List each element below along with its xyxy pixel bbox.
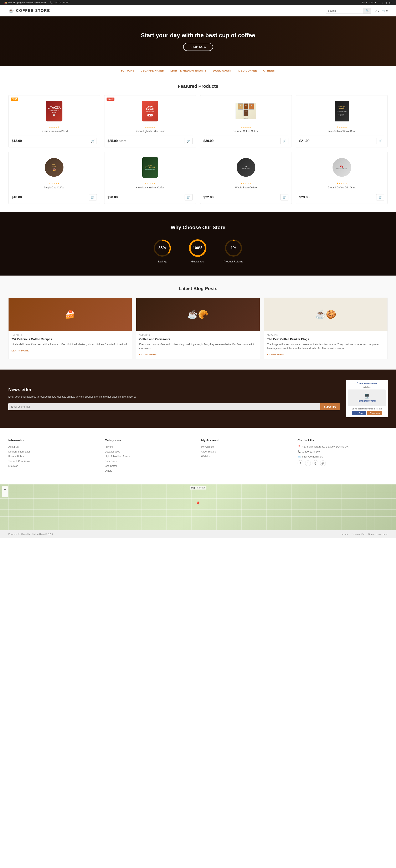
add-to-cart-gourmet[interactable]: 🛒: [280, 138, 288, 144]
footer-bottom: Powered By OpenCart Coffee Store © 2016 …: [0, 530, 396, 538]
footer-link-light-medium[interactable]: Light & Medium Roasts: [105, 455, 131, 458]
shop-now-button[interactable]: Shop Now: [183, 43, 213, 51]
search-button[interactable]: 🔍: [363, 8, 371, 13]
instagram-link[interactable]: ig: [385, 1, 387, 4]
footer-privacy-link[interactable]: Privacy: [341, 533, 348, 535]
newsletter-left: Newsletter Enter your email address to r…: [8, 387, 340, 410]
footer-link-myaccount[interactable]: My Account: [201, 445, 214, 448]
blog-text-1: Hi friends! I think it's no secret that …: [11, 342, 129, 346]
map-controls: + −: [2, 487, 8, 497]
footer-link-orders[interactable]: Order History: [201, 450, 216, 453]
product-name-douwe: Douwe Egberts Filter Blend: [108, 129, 193, 133]
map-road-v2: [238, 484, 238, 530]
add-to-cart-wholebean[interactable]: 🛒: [280, 194, 288, 200]
blog-card-1: 🍰 15/02/2016 25+ Delicious Coffee Recipe…: [8, 298, 132, 359]
footer-link-privacy[interactable]: Privacy Policy: [8, 455, 24, 458]
social-instagram[interactable]: ig: [313, 460, 318, 466]
currency-selector[interactable]: USD ▾: [369, 1, 376, 4]
footer-link-iced[interactable]: Iced Coffee: [105, 465, 117, 467]
nav-flavors[interactable]: FLAVORS: [121, 69, 134, 72]
newsletter-widget: f TemplateMonster Digital Bar 🖥️ Templat…: [346, 380, 388, 417]
googleplus-link[interactable]: g+: [389, 1, 392, 4]
facebook-link[interactable]: f: [379, 1, 379, 4]
cart-button[interactable]: 🛒 0: [382, 9, 388, 12]
hero-content: Start your day with the best cup of coff…: [141, 32, 255, 51]
add-to-cart-don[interactable]: 🛒: [185, 194, 193, 200]
product-footer: $21.00 🛒: [299, 135, 384, 144]
product-footer: $85.00 $00.00 🛒: [108, 135, 193, 144]
add-to-cart-douwe[interactable]: 🛒: [185, 138, 193, 144]
map-zoom-in[interactable]: +: [3, 487, 7, 492]
shop-now-widget-button[interactable]: Shop Now: [367, 411, 382, 415]
footer-link-flavors[interactable]: Flavors: [105, 445, 113, 448]
blog-title: Latest Blog Posts: [8, 286, 388, 291]
add-to-cart-lavazza[interactable]: 🛒: [89, 138, 97, 144]
stat-value-returns: 1%: [224, 239, 243, 257]
nav-light-medium[interactable]: LIGHT & MEDIUM ROASTS: [170, 69, 207, 72]
add-to-cart-arabica[interactable]: 🛒: [376, 138, 384, 144]
language-selector[interactable]: EN ▾: [362, 1, 367, 4]
wishlist-button[interactable]: ♡ 0: [374, 9, 379, 12]
product-image-lavazza: LAVAZZA Premium House Blend ☕: [12, 99, 97, 124]
social-twitter[interactable]: t: [305, 460, 311, 466]
product-footer: $13.00 🛒: [12, 135, 97, 144]
learn-more-2[interactable]: LEARN MORE: [139, 353, 157, 356]
map-zoom-out[interactable]: −: [3, 492, 7, 496]
footer-link-terms[interactable]: Terms & Conditions: [8, 460, 30, 463]
email-input[interactable]: [8, 403, 320, 410]
map-placeholder: 📍 + − Map Satellite: [0, 484, 396, 530]
like-page-button[interactable]: Like Page: [352, 411, 366, 415]
add-to-cart-singlecup[interactable]: 🛒: [89, 194, 97, 200]
social-googleplus[interactable]: g+: [320, 460, 326, 466]
stat-value-guarantee: 100%: [188, 239, 207, 257]
footer-link-wishlist[interactable]: Wish List: [201, 455, 211, 458]
header-icons: ♡ 0 🛒 0: [374, 9, 388, 12]
map-type-satellite[interactable]: Satellite: [197, 487, 205, 489]
nav-decaffeinated[interactable]: DECAFFEINATED: [140, 69, 164, 72]
footer-link-sitemap[interactable]: Site Map: [8, 465, 18, 467]
learn-more-3[interactable]: LEARN MORE: [267, 353, 285, 356]
subscribe-button[interactable]: Subscribe: [320, 403, 340, 410]
category-nav: FLAVORS DECAFFEINATED LIGHT & MEDIUM ROA…: [0, 66, 396, 75]
top-bar: 🚚 Free shipping on all orders over $300 …: [0, 0, 396, 5]
hero-title: Start your day with the best cup of coff…: [141, 32, 255, 39]
map-type-map[interactable]: Map: [191, 487, 195, 489]
blog-text-2: Everyone knows coffee and croissants go …: [139, 342, 257, 350]
phone-icon: 📞: [298, 450, 301, 453]
footer-link-dark[interactable]: Dark Roast: [105, 460, 117, 463]
footer-link-others[interactable]: Others: [105, 469, 112, 472]
learn-more-1[interactable]: LEARN MORE: [11, 349, 29, 352]
product-stars: ★★★★★: [108, 126, 193, 128]
why-content: Why Choose Our Store 35% Savings: [8, 225, 388, 263]
footer-categories: Categories Flavors Decaffeinated Light &…: [105, 438, 195, 474]
logo-icon: ☕: [8, 8, 15, 13]
product-card-gourmet: ☕ ☕ ☕ ☕ Gift Set ★★★★★ Gourmet Coffee Gi…: [200, 95, 292, 148]
product-image-singlecup: DONUT SHOP 🍩: [12, 155, 97, 180]
footer-link-decaf[interactable]: Decaffeinated: [105, 450, 120, 453]
blog-post-title-3: The Best Coffee Drinker Blogs: [267, 338, 385, 341]
product-card-wholebean: ⬡ Whole Bean ★★★★★ Whole Bean Coffee $22…: [200, 152, 292, 204]
map-road-v1: [139, 484, 139, 530]
social-facebook[interactable]: f: [298, 460, 303, 466]
footer-link-about[interactable]: About Us: [8, 445, 19, 448]
why-stats: 35% Savings 100% Guarantee: [8, 239, 388, 263]
logo[interactable]: ☕ COFFEE STORE: [8, 8, 50, 13]
footer-link-delivery[interactable]: Delivery Information: [8, 450, 31, 453]
search-box: 🔍: [326, 8, 371, 14]
search-input[interactable]: [326, 8, 363, 13]
footer-contact-title: Contact Us: [298, 438, 388, 442]
newsletter-form: Subscribe: [8, 403, 340, 410]
cart-count: 0: [386, 9, 388, 12]
footer-map-error-link[interactable]: Report a map error: [368, 533, 388, 535]
nav-iced-coffee[interactable]: ICED COFFEE: [238, 69, 257, 72]
footer-contact: Contact Us 📍 4578 Marmora road, Glasgow …: [298, 438, 388, 474]
footer-account-list: My Account Order History Wish List: [201, 445, 291, 458]
twitter-link[interactable]: t: [382, 1, 383, 4]
add-to-cart-illy[interactable]: 🛒: [376, 194, 384, 200]
nav-others[interactable]: OTHERS: [263, 69, 275, 72]
footer-terms-link[interactable]: Terms of Use: [351, 533, 365, 535]
why-title: Why Choose Our Store: [8, 225, 388, 230]
product-card-don: DON FRANCISCO'S Hawaiian Hazelnut ★★★★★ …: [104, 152, 196, 204]
nav-dark-roast[interactable]: DARK ROAST: [213, 69, 232, 72]
product-card-illy: illy FILTER COFFEE ★★★★★ Ground Coffee D…: [296, 152, 388, 204]
